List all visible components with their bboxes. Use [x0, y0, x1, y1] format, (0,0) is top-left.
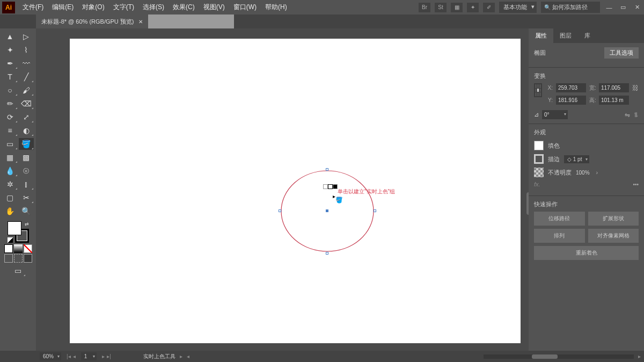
fx-label[interactable]: fx. [534, 181, 540, 187]
feather-icon[interactable]: ✐ [483, 3, 495, 12]
appearance-more-icon[interactable]: ••• [633, 182, 639, 187]
width-input[interactable] [599, 83, 629, 92]
tab-layers[interactable]: 图层 [553, 28, 578, 43]
artboard-tool[interactable]: ▢ [3, 192, 18, 204]
draw-inside[interactable] [24, 254, 32, 263]
arrange-button[interactable]: 排列 [534, 229, 585, 243]
default-fill-stroke-icon[interactable] [8, 237, 13, 243]
tab-close-icon[interactable]: ✕ [138, 19, 143, 25]
artboard-number-input[interactable]: 1▾ [81, 352, 97, 360]
recolor-button[interactable]: 重新着色 [534, 246, 639, 260]
color-mode-gradient[interactable] [14, 244, 23, 253]
stroke-weight-input[interactable]: ◇ 1 pt▾ [564, 155, 589, 163]
fill-swatch[interactable] [8, 221, 21, 235]
symbol-sprayer-tool[interactable]: ✲ [3, 178, 18, 190]
slice-tool[interactable]: ✂ [19, 192, 34, 204]
opacity-expand-icon[interactable]: › [596, 169, 598, 176]
line-tool[interactable]: ╱ [19, 71, 34, 83]
scale-tool[interactable]: ⤢ [19, 111, 34, 123]
zoom-tool[interactable]: 🔍 [19, 205, 34, 217]
shape-builder-tool[interactable]: ▭ [3, 138, 18, 150]
artboard-nav-next[interactable]: ▸▸| [101, 353, 112, 359]
link-wh-icon[interactable]: ⛓ [632, 84, 639, 92]
close-button[interactable]: ✕ [632, 3, 642, 12]
gpu-icon[interactable]: ✦ [467, 3, 479, 12]
align-pixel-button[interactable]: 对齐像素网格 [588, 229, 639, 243]
expand-shape-button[interactable]: 扩展形状 [588, 212, 639, 226]
menu-object[interactable]: 对象(O) [78, 1, 108, 14]
menu-edit[interactable]: 编辑(E) [48, 1, 78, 14]
artboard-nav[interactable]: |◂◂ [65, 353, 77, 359]
horizontal-scrollbar[interactable] [484, 354, 634, 359]
eyedropper-tool[interactable]: 💧 [3, 165, 18, 177]
color-mode-none[interactable] [24, 244, 32, 253]
x-input[interactable] [556, 83, 586, 92]
perspective-tool[interactable]: ▦ [3, 151, 18, 163]
fill-color-swatch[interactable] [534, 141, 544, 150]
pencil-tool[interactable]: ✏ [3, 98, 18, 110]
fill-stroke-control[interactable]: ⇄ [8, 221, 29, 243]
selection-tool[interactable]: ▲ [3, 31, 18, 42]
height-input[interactable] [599, 96, 629, 105]
type-tool[interactable]: T [3, 71, 18, 83]
direct-selection-tool[interactable]: ▷ [19, 31, 34, 42]
reference-point-selector[interactable] [534, 83, 542, 97]
lasso-tool[interactable]: ⌇ [19, 44, 34, 56]
brush-tool[interactable]: 🖌 [19, 84, 34, 96]
menu-window[interactable]: 窗口(W) [229, 1, 261, 14]
eraser-tool[interactable]: ⌫ [19, 98, 34, 110]
workspace-switcher[interactable]: 基本功能 [499, 2, 537, 13]
tab-properties[interactable]: 属性 [529, 28, 553, 43]
screen-mode-tool[interactable]: ▭ [11, 265, 26, 277]
rotation-input[interactable]: 0°▾ [542, 110, 568, 119]
opacity-value[interactable]: 100% [576, 170, 590, 176]
rotate-tool[interactable]: ⟳ [3, 111, 18, 123]
magic-wand-tool[interactable]: ✦ [3, 44, 18, 56]
arrange-docs-icon[interactable]: ▦ [451, 3, 463, 12]
canvas-area[interactable]: 单击以建立"实时上色"组 ▸ 🪣 [36, 28, 529, 351]
offset-path-button[interactable]: 位移路径 [534, 212, 585, 226]
menu-effect[interactable]: 效果(C) [169, 1, 199, 14]
menu-type[interactable]: 文字(T) [109, 1, 138, 14]
document-tab[interactable]: 未标题-8* @ 60% (RGB/GPU 预览) ✕ [36, 15, 148, 28]
hand-tool[interactable]: ✋ [3, 205, 18, 217]
help-search[interactable]: 如何添加路径 [541, 2, 600, 13]
handle-center[interactable] [326, 209, 328, 212]
menu-file[interactable]: 文件(F) [18, 1, 48, 14]
selected-ellipse[interactable] [280, 170, 375, 253]
flip-horizontal-icon[interactable]: ⇋ [625, 111, 630, 119]
curvature-tool[interactable]: 〰 [19, 57, 34, 69]
blend-tool[interactable]: ⦾ [19, 165, 34, 177]
handle-n[interactable] [326, 168, 328, 171]
y-input[interactable] [556, 96, 586, 105]
vertical-scrollbar-thumb[interactable] [526, 192, 529, 215]
draw-behind[interactable] [14, 254, 23, 263]
handle-s[interactable] [326, 252, 328, 255]
stroke-color-swatch[interactable] [534, 154, 544, 164]
handle-w[interactable] [279, 209, 281, 212]
ellipse-tool[interactable]: ○ [3, 84, 18, 96]
status-expand-icon[interactable]: ▸ [180, 353, 182, 359]
maximize-button[interactable]: ▭ [618, 3, 628, 12]
graph-tool[interactable]: ⫿ [19, 178, 34, 190]
tab-libraries[interactable]: 库 [578, 28, 597, 43]
minimize-button[interactable]: — [604, 3, 614, 12]
horizontal-scrollbar-thumb[interactable] [532, 354, 558, 359]
free-transform-tool[interactable]: ◐ [19, 125, 34, 136]
menu-help[interactable]: 帮助(H) [261, 1, 291, 14]
flip-vertical-icon[interactable]: ⥮ [633, 111, 639, 119]
tool-options-button[interactable]: 工具选项 [604, 47, 639, 59]
live-paint-tool[interactable]: 🪣 [19, 138, 34, 150]
handle-e[interactable] [374, 209, 376, 212]
zoom-level-input[interactable]: 60%▾ [40, 352, 61, 360]
mesh-tool[interactable]: ▩ [19, 151, 34, 163]
swap-fill-stroke-icon[interactable]: ⇄ [25, 221, 29, 227]
draw-normal[interactable] [4, 254, 13, 263]
menu-view[interactable]: 视图(V) [199, 1, 229, 14]
menu-select[interactable]: 选择(S) [138, 1, 169, 14]
width-tool[interactable]: ≡ [3, 125, 18, 136]
bridge-icon[interactable]: Br [419, 3, 430, 12]
pen-tool[interactable]: ✒ [3, 57, 18, 69]
color-mode-solid[interactable] [4, 244, 13, 253]
stock-icon[interactable]: St [435, 3, 447, 12]
